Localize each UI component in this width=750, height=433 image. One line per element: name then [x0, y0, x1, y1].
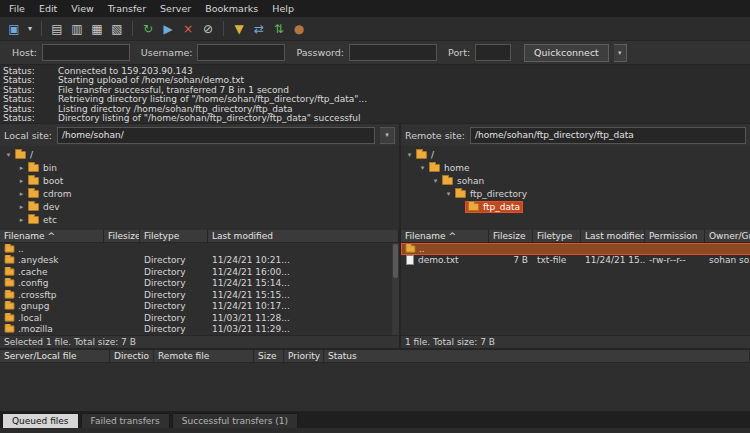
- file-row-gnupg[interactable]: .gnupgDirectory11/24/21 10:17...: [0, 301, 399, 313]
- menu-help[interactable]: Help: [265, 1, 301, 16]
- column-header-remote-file[interactable]: Remote file: [154, 350, 254, 362]
- cell-filetype: Directory: [140, 324, 208, 334]
- file-row-crossftp[interactable]: .crossftpDirectory11/24/21 15:15...: [0, 289, 399, 301]
- file-row-demo-txt[interactable]: demo.txt7 Btxt-file11/24/21 15...-rw-r--…: [401, 255, 750, 267]
- column-header-filesize[interactable]: Filesize: [104, 230, 140, 242]
- sync-browsing-icon[interactable]: ⇅: [270, 20, 288, 38]
- site-manager-icon[interactable]: ▣: [5, 20, 23, 38]
- local-tree-item-cdrom[interactable]: ▸cdrom: [0, 187, 399, 200]
- local-tree-item-bin[interactable]: ▸bin: [0, 161, 399, 174]
- file-row-config[interactable]: .configDirectory11/24/21 15:14...: [0, 278, 399, 290]
- menu-edit[interactable]: Edit: [32, 1, 64, 16]
- file-row-local[interactable]: .localDirectory11/03/21 11:28...: [0, 312, 399, 324]
- cancel-icon[interactable]: ×: [179, 20, 197, 38]
- column-header-server-local-file[interactable]: Server/Local file: [0, 350, 110, 362]
- find-files-icon[interactable]: ●: [290, 20, 308, 38]
- site-manager-dropdown-icon[interactable]: ▾: [25, 20, 35, 38]
- queue-header: Server/Local file Directio Remote file S…: [0, 350, 750, 363]
- host-input[interactable]: [42, 44, 130, 61]
- column-header-status[interactable]: Status: [324, 350, 750, 362]
- expander-icon[interactable]: ▾: [4, 151, 13, 159]
- remote-tree-item-ftp-data[interactable]: ftp_data: [401, 200, 750, 213]
- directory-compare-icon[interactable]: ⇄: [250, 20, 268, 38]
- folder-icon: [28, 203, 39, 211]
- menu-server[interactable]: Server: [153, 1, 198, 16]
- expander-icon[interactable]: ▸: [17, 216, 26, 224]
- cell-modified: 11/24/21 15:15...: [208, 290, 399, 300]
- tree-item-label: /: [431, 150, 434, 160]
- folder-icon: [5, 303, 15, 310]
- password-input[interactable]: [349, 44, 437, 61]
- tree-item-label: cdrom: [43, 189, 71, 199]
- remote-tree-toggle-icon[interactable]: ▦: [88, 20, 106, 38]
- tab-successful-transfers[interactable]: Successful transfers (1): [172, 413, 298, 428]
- column-header-last-modified[interactable]: Last modified: [581, 230, 645, 242]
- expander-icon[interactable]: ▾: [418, 164, 427, 172]
- expander-icon[interactable]: ▸: [17, 164, 26, 172]
- filter-icon[interactable]: ▼: [230, 20, 248, 38]
- local-tree-item-dev[interactable]: ▸dev: [0, 200, 399, 213]
- quickconnect-button[interactable]: Quickconnect: [524, 44, 609, 62]
- folder-icon: [5, 245, 15, 252]
- tree-item-label: etc: [43, 215, 57, 225]
- local-tree-toggle-icon[interactable]: ▥: [68, 20, 86, 38]
- expander-icon[interactable]: ▸: [17, 203, 26, 211]
- file-row-parent[interactable]: ..: [0, 243, 399, 255]
- column-header-size[interactable]: Size: [254, 350, 284, 362]
- local-tree-item-etc[interactable]: ▸etc: [0, 213, 399, 226]
- column-header-filetype[interactable]: Filetype: [140, 230, 208, 242]
- column-header-filename[interactable]: Filename ^: [401, 230, 489, 242]
- tab-queued-files[interactable]: Queued files: [2, 413, 79, 428]
- expander-icon[interactable]: ▾: [431, 177, 440, 185]
- local-path-dropdown-icon[interactable]: ▾: [380, 127, 395, 144]
- username-input[interactable]: [197, 44, 285, 61]
- folder-icon: [28, 190, 39, 198]
- expander-icon[interactable]: ▾: [444, 190, 453, 198]
- refresh-icon[interactable]: ↻: [139, 20, 157, 38]
- menu-view[interactable]: View: [64, 1, 101, 16]
- scrollbar-thumb[interactable]: [393, 244, 398, 278]
- column-header-permission[interactable]: Permission: [645, 230, 705, 242]
- tab-failed-transfers[interactable]: Failed transfers: [81, 413, 170, 428]
- expander-icon[interactable]: ▸: [17, 177, 26, 185]
- file-row-anydesk[interactable]: .anydeskDirectory11/24/21 10:21...: [0, 255, 399, 267]
- column-header-filename[interactable]: Filename ^: [0, 230, 104, 242]
- local-tree: ▾/ ▸bin ▸boot ▸cdrom ▸dev ▸etc: [0, 146, 399, 230]
- port-input[interactable]: [475, 44, 511, 61]
- local-tree-item-boot[interactable]: ▸boot: [0, 174, 399, 187]
- local-list-scrollbar[interactable]: [392, 243, 399, 335]
- menu-transfer[interactable]: Transfer: [101, 1, 153, 16]
- remote-tree-item-home[interactable]: ▾home: [401, 161, 750, 174]
- column-header-filesize[interactable]: Filesize: [489, 230, 533, 242]
- file-row-cache[interactable]: .cacheDirectory11/24/21 16:00...: [0, 266, 399, 278]
- disconnect-icon[interactable]: ⊘: [199, 20, 217, 38]
- cell-filetype: Directory: [140, 255, 208, 265]
- remote-tree-item-sohan[interactable]: ▾sohan: [401, 174, 750, 187]
- column-header-priority[interactable]: Priority: [284, 350, 324, 362]
- local-tree-pane: Local site: /home/sohan/ ▾ ▾/ ▸bin ▸boot…: [0, 124, 401, 230]
- folder-icon: [429, 164, 440, 172]
- column-header-owner-group[interactable]: Owner/Grou: [705, 230, 750, 242]
- expander-icon[interactable]: ▸: [17, 190, 26, 198]
- remote-path-combo[interactable]: /home/sohan/ftp_directory/ftp_data: [470, 127, 746, 144]
- cell-modified: 11/03/21 11:29...: [208, 324, 399, 334]
- process-queue-icon[interactable]: ▶: [159, 20, 177, 38]
- menu-bookmarks[interactable]: Bookmarks: [198, 1, 265, 16]
- remote-tree-item-ftp-directory[interactable]: ▾ftp_directory: [401, 187, 750, 200]
- column-header-filetype[interactable]: Filetype: [533, 230, 581, 242]
- column-header-direction[interactable]: Directio: [110, 350, 154, 362]
- tree-item-label: boot: [43, 176, 63, 186]
- file-row-parent-selected[interactable]: ..: [401, 243, 750, 255]
- message-log-toggle-icon[interactable]: ▤: [48, 20, 66, 38]
- remote-tree-item-root[interactable]: ▾/: [401, 148, 750, 161]
- column-header-last-modified[interactable]: Last modified: [208, 230, 399, 242]
- menu-file[interactable]: File: [2, 1, 32, 16]
- quickconnect-dropdown-icon[interactable]: ▾: [614, 44, 627, 62]
- file-row-mozilla[interactable]: .mozillaDirectory11/03/21 11:29...: [0, 324, 399, 336]
- local-tree-item-root[interactable]: ▾/: [0, 148, 399, 161]
- cell-filename: .cache: [18, 267, 48, 277]
- expander-icon[interactable]: ▾: [405, 151, 414, 159]
- transfer-queue-toggle-icon[interactable]: ▧: [108, 20, 126, 38]
- local-path-combo[interactable]: /home/sohan/: [57, 127, 375, 144]
- cell-filename: .local: [18, 313, 42, 323]
